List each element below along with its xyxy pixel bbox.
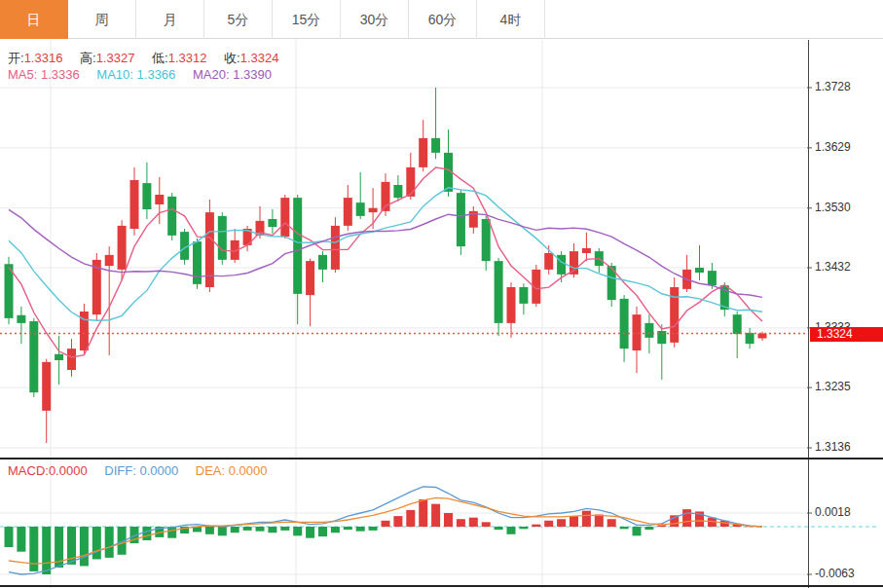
dea-label: DEA: [196, 463, 225, 478]
tab-day[interactable]: 日 [0, 0, 68, 39]
low-value: 1.3312 [168, 51, 207, 65]
macd-axis-label: -0.0063 [815, 567, 879, 581]
ma20-value: 1.3390 [233, 67, 272, 82]
macd-readout: MACD:0.0000 DIFF: 0.0000 DEA: 0.0000 [8, 463, 281, 478]
current-price-tag: 1.3324 [810, 327, 883, 342]
low-label: 低: [152, 51, 168, 65]
dea-value: 0.0000 [229, 463, 268, 478]
timeframe-tabbar: 日 周 月 5分 15分 30分 60分 4时 [0, 0, 883, 39]
bottom-border [0, 585, 883, 587]
price-axis-label: 1.3136 [815, 440, 879, 455]
ma10-label: MA10: [96, 67, 133, 82]
macd-chart-canvas[interactable] [0, 459, 883, 588]
candlestick-chart-canvas[interactable] [0, 40, 883, 459]
tab-week[interactable]: 周 [68, 0, 136, 39]
ma5-value: 1.3336 [41, 67, 80, 82]
ma5-label: MA5: [8, 67, 37, 82]
high-value: 1.3327 [96, 51, 135, 65]
ma20-label: MA20: [193, 67, 230, 82]
tab-15min[interactable]: 15分 [273, 0, 341, 39]
price-axis-label: 1.3235 [815, 380, 879, 394]
high-label: 高: [80, 51, 96, 65]
trading-chart-window: 日 周 月 5分 15分 30分 60分 4时 开:1.3316 高:1.332… [0, 0, 883, 588]
price-axis-label: 1.3629 [815, 140, 879, 155]
price-axis-label: 1.3728 [815, 80, 879, 94]
tab-5min[interactable]: 5分 [204, 0, 273, 39]
tab-30min[interactable]: 30分 [341, 0, 409, 39]
close-value: 1.3324 [240, 51, 279, 65]
ma-readout: MA5: 1.3336 MA10: 1.3366 MA20: 1.3390 [8, 67, 285, 82]
macd-axis-label: 0.0018 [815, 505, 879, 520]
open-value: 1.3316 [24, 51, 63, 65]
close-label: 收: [224, 51, 240, 65]
panel-divider [0, 458, 883, 459]
price-axis-label: 1.3432 [815, 260, 879, 275]
tab-4hour[interactable]: 4时 [477, 0, 545, 39]
diff-value: 0.0000 [139, 463, 178, 478]
tab-month[interactable]: 月 [136, 0, 204, 39]
price-axis-label: 1.3530 [815, 201, 879, 215]
tab-60min[interactable]: 60分 [409, 0, 477, 39]
diff-label: DIFF: [104, 463, 136, 478]
macd-value: 0.0000 [49, 463, 88, 478]
open-label: 开: [8, 51, 24, 65]
ohlc-readout: 开:1.3316 高:1.3327 低:1.3312 收:1.3324 [8, 50, 292, 67]
macd-label: MACD: [8, 463, 49, 478]
ma10-value: 1.3366 [137, 67, 176, 82]
